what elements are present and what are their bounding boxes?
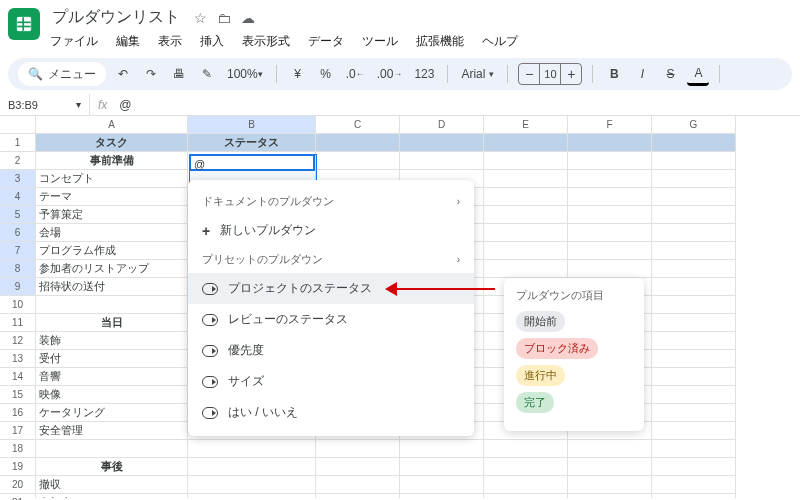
- zoom-select[interactable]: 100% ▾: [224, 62, 266, 86]
- dd-preset-yesno[interactable]: はい / いいえ: [188, 397, 474, 428]
- rowhead-4[interactable]: 4: [0, 188, 35, 206]
- cell[interactable]: [568, 476, 652, 494]
- cell[interactable]: [568, 458, 652, 476]
- doc-title[interactable]: プルダウンリスト: [48, 6, 184, 29]
- increase-font-icon[interactable]: +: [561, 66, 581, 82]
- cell[interactable]: [568, 206, 652, 224]
- redo-icon[interactable]: ↷: [140, 62, 162, 86]
- font-select[interactable]: Arial▾: [458, 62, 497, 86]
- cell[interactable]: [568, 242, 652, 260]
- rowhead-11[interactable]: 11: [0, 314, 35, 332]
- cell[interactable]: [652, 296, 736, 314]
- name-box[interactable]: B3:B9▾: [0, 94, 90, 115]
- cell[interactable]: [652, 440, 736, 458]
- rowhead-3[interactable]: 3: [0, 170, 35, 188]
- rowhead-5[interactable]: 5: [0, 206, 35, 224]
- cell[interactable]: 事後: [36, 458, 188, 476]
- tag-not-started[interactable]: 開始前: [516, 311, 565, 332]
- cell[interactable]: [652, 476, 736, 494]
- cell[interactable]: [188, 476, 316, 494]
- cell[interactable]: [484, 260, 568, 278]
- colhead-F[interactable]: F: [568, 116, 652, 134]
- cell[interactable]: [400, 440, 484, 458]
- cell[interactable]: [484, 152, 568, 170]
- colhead-G[interactable]: G: [652, 116, 736, 134]
- cell[interactable]: [568, 260, 652, 278]
- cell[interactable]: [484, 188, 568, 206]
- rowhead-1[interactable]: 1: [0, 134, 35, 152]
- move-icon[interactable]: 🗀: [217, 10, 231, 26]
- rowhead-10[interactable]: 10: [0, 296, 35, 314]
- decrease-font-icon[interactable]: −: [519, 66, 539, 82]
- cell[interactable]: [316, 152, 400, 170]
- cell[interactable]: [652, 458, 736, 476]
- rowhead-8[interactable]: 8: [0, 260, 35, 278]
- menu-format[interactable]: 表示形式: [240, 31, 292, 52]
- cell[interactable]: [484, 206, 568, 224]
- cell[interactable]: 当日: [36, 314, 188, 332]
- cell[interactable]: [652, 422, 736, 440]
- rowhead-9[interactable]: 9: [0, 278, 35, 296]
- cell[interactable]: [188, 458, 316, 476]
- cell[interactable]: [652, 332, 736, 350]
- cell[interactable]: 音響: [36, 368, 188, 386]
- menu-tools[interactable]: ツール: [360, 31, 400, 52]
- cell[interactable]: [484, 224, 568, 242]
- strike-button[interactable]: S: [659, 62, 681, 86]
- rowhead-7[interactable]: 7: [0, 242, 35, 260]
- rowhead-15[interactable]: 15: [0, 386, 35, 404]
- header-cell-B[interactable]: ステータス: [188, 134, 316, 152]
- rowhead-12[interactable]: 12: [0, 332, 35, 350]
- cell[interactable]: [316, 494, 400, 498]
- cell[interactable]: [484, 458, 568, 476]
- cell[interactable]: [652, 314, 736, 332]
- cell[interactable]: [188, 440, 316, 458]
- cell[interactable]: 事前準備: [36, 152, 188, 170]
- cell[interactable]: [652, 386, 736, 404]
- cell[interactable]: [400, 494, 484, 498]
- rowhead-2[interactable]: 2: [0, 152, 35, 170]
- menu-data[interactable]: データ: [306, 31, 346, 52]
- cell[interactable]: コンセプト: [36, 170, 188, 188]
- cell[interactable]: [484, 242, 568, 260]
- menu-view[interactable]: 表示: [156, 31, 184, 52]
- dd-new-dropdown[interactable]: +新しいプルダウン: [188, 215, 474, 246]
- colhead-A[interactable]: A: [36, 116, 188, 134]
- cell[interactable]: [652, 404, 736, 422]
- rowhead-16[interactable]: 16: [0, 404, 35, 422]
- tag-in-progress[interactable]: 進行中: [516, 365, 565, 386]
- cell[interactable]: [316, 476, 400, 494]
- print-icon[interactable]: 🖶: [168, 62, 190, 86]
- tag-blocked[interactable]: ブロック済み: [516, 338, 598, 359]
- cell[interactable]: ケータリング: [36, 404, 188, 422]
- cell[interactable]: [568, 170, 652, 188]
- number-format[interactable]: 123: [411, 62, 437, 86]
- bold-button[interactable]: B: [603, 62, 625, 86]
- cell[interactable]: 映像: [36, 386, 188, 404]
- rowhead-13[interactable]: 13: [0, 350, 35, 368]
- rowhead-19[interactable]: 19: [0, 458, 35, 476]
- cell[interactable]: [484, 494, 568, 498]
- cell[interactable]: [652, 368, 736, 386]
- italic-button[interactable]: I: [631, 62, 653, 86]
- cell[interactable]: 装飾: [36, 332, 188, 350]
- text-color-button[interactable]: A: [687, 62, 709, 86]
- cell[interactable]: [652, 278, 736, 296]
- header-cell-A[interactable]: タスク: [36, 134, 188, 152]
- rowhead-20[interactable]: 20: [0, 476, 35, 494]
- cell[interactable]: [188, 152, 316, 170]
- cell[interactable]: [568, 440, 652, 458]
- menu-help[interactable]: ヘルプ: [480, 31, 520, 52]
- decrease-decimal[interactable]: .0←: [343, 62, 368, 86]
- font-size-value[interactable]: 10: [539, 64, 561, 84]
- cell[interactable]: [568, 494, 652, 498]
- cell[interactable]: [484, 170, 568, 188]
- cell[interactable]: [652, 260, 736, 278]
- increase-decimal[interactable]: .00→: [374, 62, 406, 86]
- menu-edit[interactable]: 編集: [114, 31, 142, 52]
- select-all-corner[interactable]: [0, 116, 35, 134]
- cell[interactable]: [568, 152, 652, 170]
- cell[interactable]: [652, 170, 736, 188]
- cell[interactable]: [652, 152, 736, 170]
- currency-button[interactable]: ¥: [287, 62, 309, 86]
